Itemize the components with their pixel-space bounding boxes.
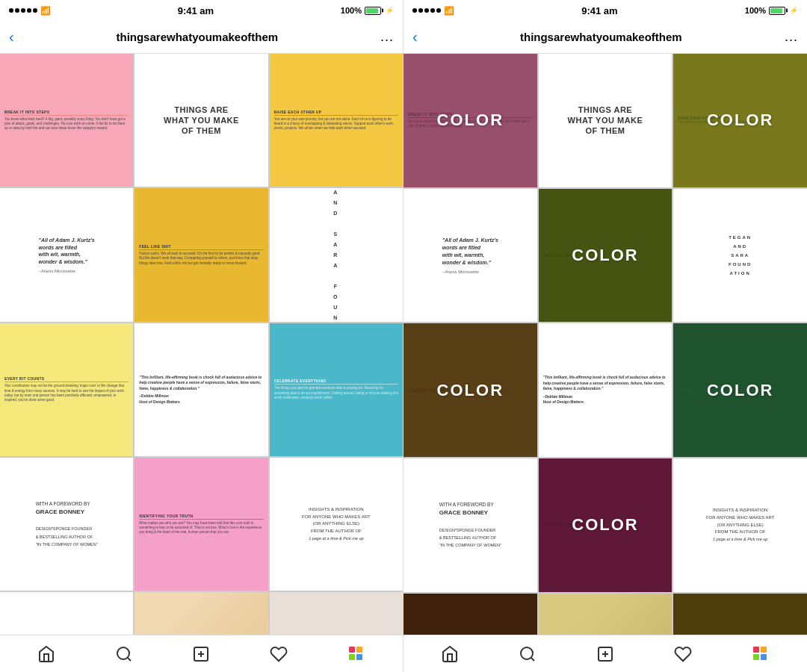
- status-left-right: 📶: [412, 6, 454, 16]
- grid-cell-2[interactable]: THINGS AREWHAT YOU MAKEOF THEM: [134, 54, 268, 187]
- svg-point-0: [117, 647, 129, 659]
- svg-rect-15: [761, 647, 767, 653]
- color-overlay-3: COLOR: [673, 54, 807, 187]
- grid-cell-6[interactable]: TEGANANDSARAFOUNDATION: [270, 188, 403, 321]
- grid-scroll-right[interactable]: BREAK IT INTO STEPS You know what feels …: [404, 54, 807, 635]
- home-nav-button[interactable]: [33, 641, 60, 668]
- svg-rect-8: [356, 654, 362, 660]
- main-title-text: THINGS AREWHAT YOU MAKEOF THEM: [158, 99, 245, 143]
- right-grid-cell-14[interactable]: [539, 594, 672, 635]
- nav-bar-left: ‹ thingsarewhatyoumakeofthem ...: [0, 21, 403, 54]
- phone-left: 📶 9:41 am 100% ⚡ ‹ thingsarewhatyoumakeo…: [0, 0, 404, 672]
- back-button-right[interactable]: ‹: [412, 28, 418, 46]
- grid-cell-3[interactable]: RAISE EACH OTHER UP You are on your own …: [270, 54, 403, 187]
- color-overlay-11: COLOR: [539, 458, 672, 592]
- color-overlay-13: COLOR: [404, 594, 537, 635]
- right-grid-cell-3[interactable]: RAISE EACH OTHER UP You are on your own …: [673, 54, 807, 187]
- color-label-1: COLOR: [437, 111, 504, 130]
- right-grid-cell-15[interactable]: COLOR: [673, 594, 807, 635]
- status-bar-left: 📶 9:41 am 100% ⚡: [0, 0, 403, 21]
- time-left: 9:41 am: [178, 5, 214, 16]
- color-overlay-5: COLOR: [539, 189, 672, 323]
- grid-right: BREAK IT INTO STEPS You know what feels …: [404, 54, 807, 635]
- nav-bar-right: ‹ thingsarewhatyoumakeofthem ...: [404, 21, 807, 54]
- grid-cell-14[interactable]: [134, 592, 268, 635]
- grid-cell-1[interactable]: BREAK IT INTO STEPS You know what feels …: [0, 54, 133, 187]
- profile-title-right: thingsarewhatyoumakeofthem: [520, 31, 682, 43]
- add-nav-button[interactable]: [188, 641, 214, 668]
- back-button-left[interactable]: ‹: [9, 28, 14, 46]
- svg-rect-17: [761, 654, 767, 660]
- svg-line-10: [531, 657, 534, 660]
- right-grid-cell-10[interactable]: WITH A FOREWORD BY GRACE BONNEY DESIGN*S…: [404, 458, 537, 592]
- home-nav-button-right[interactable]: [436, 641, 463, 668]
- wifi-icon: 📶: [40, 6, 51, 16]
- battery-percent-left: 100%: [341, 6, 362, 15]
- profile-title-left: thingsarewhatyoumakeofthem: [116, 31, 278, 43]
- more-button-right[interactable]: ...: [785, 29, 798, 45]
- battery-percent-right: 100%: [745, 6, 766, 15]
- heart-nav-button-right[interactable]: [670, 641, 696, 668]
- grid-cell-9[interactable]: CELEBRATE EVERYTHING The things you take…: [270, 323, 403, 456]
- grid-cell-11[interactable]: IDENTIFYING YOUR TRUTH What makes you wh…: [134, 458, 268, 591]
- battery-icon-left: ⚡: [365, 7, 394, 15]
- wifi-icon-right: 📶: [444, 6, 454, 16]
- status-right: 100% ⚡: [341, 6, 394, 15]
- svg-point-9: [521, 647, 533, 659]
- grid-left: BREAK IT INTO STEPS You know what feels …: [0, 54, 403, 635]
- bottom-nav-left: [0, 635, 403, 672]
- right-grid-cell-9[interactable]: CELEBRATE EVERYTHING COLOR: [673, 323, 807, 457]
- svg-rect-6: [356, 647, 362, 653]
- svg-rect-5: [349, 647, 355, 653]
- grid-cell-8[interactable]: "This brilliant, life-affirming book is …: [134, 323, 268, 456]
- profile-nav-button[interactable]: [343, 641, 370, 668]
- svg-rect-7: [349, 654, 355, 660]
- color-overlay-9: COLOR: [673, 323, 807, 457]
- heart-nav-button[interactable]: [265, 641, 292, 668]
- phone-right: 📶 9:41 am 100% ⚡ ‹ thingsarewhatyoumakeo…: [404, 0, 807, 672]
- right-grid-cell-6[interactable]: TEGANANDSARAFOUNDATION: [673, 189, 807, 323]
- right-grid-cell-7[interactable]: EVERY BIT COUNTS COLOR: [404, 323, 537, 457]
- right-grid-cell-8[interactable]: "This brilliant, life-affirming book is …: [539, 323, 672, 457]
- svg-line-1: [127, 657, 130, 660]
- status-left: 📶: [9, 6, 51, 16]
- grid-cell-7[interactable]: EVERY BIT COUNTS Your contribution may n…: [0, 323, 133, 456]
- right-grid-cell-11[interactable]: IDENTIFYING YOUR TRUTH COLOR: [539, 458, 672, 592]
- right-grid-cell-2[interactable]: THINGS AREWHAT YOU MAKEOF THEM: [539, 54, 672, 187]
- grid-cell-4[interactable]: "All of Adam J. Kurtz'swords are filledw…: [0, 188, 133, 321]
- color-label-3: COLOR: [707, 111, 773, 130]
- right-grid-cell-1[interactable]: BREAK IT INTO STEPS You know what feels …: [404, 54, 537, 187]
- signal-icon: [9, 8, 37, 13]
- svg-rect-16: [753, 654, 759, 660]
- add-nav-button-right[interactable]: [592, 641, 619, 668]
- search-nav-button-right[interactable]: [514, 641, 541, 668]
- battery-icon-right: ⚡: [769, 7, 798, 15]
- color-overlay-7: COLOR: [404, 323, 537, 457]
- grid-cell-5[interactable]: FEEL LIKE SHIT Failure sucks. We all wan…: [134, 188, 268, 321]
- svg-rect-14: [753, 647, 759, 653]
- color-label-11: COLOR: [572, 515, 638, 535]
- right-grid-cell-13[interactable]: IT'S NORMAL, NOT MAGIC COLOR: [404, 594, 537, 635]
- search-nav-button[interactable]: [111, 641, 137, 668]
- color-overlay-1: COLOR: [404, 54, 537, 187]
- right-grid-cell-5[interactable]: FEEL LIKE SHIT COLOR: [539, 189, 672, 323]
- grid-cell-15[interactable]: [270, 592, 403, 635]
- color-label-5: COLOR: [572, 246, 638, 265]
- time-right: 9:41 am: [581, 5, 617, 16]
- grid-cell-12[interactable]: INSIGHTS & INSPIRATIONFOR ANYONE WHO MAK…: [270, 458, 403, 591]
- color-overlay-15: COLOR: [673, 594, 807, 635]
- signal-icon-right: [412, 8, 441, 13]
- status-bar-right: 📶 9:41 am 100% ⚡: [404, 0, 807, 21]
- status-right-right: 100% ⚡: [745, 6, 798, 15]
- more-button-left[interactable]: ...: [380, 29, 394, 45]
- bottom-nav-right: [404, 635, 807, 672]
- profile-nav-button-right[interactable]: [747, 641, 774, 668]
- grid-cell-10[interactable]: WITH A FOREWORD BY GRACE BONNEY DESIGN*S…: [0, 458, 133, 591]
- grid-cell-13[interactable]: IT'S NORMAL, NOT MAGIC Creativity is par…: [0, 592, 133, 635]
- color-label-7: COLOR: [437, 381, 504, 400]
- right-grid-cell-4[interactable]: "All of Adam J. Kurtz'swords are filledw…: [404, 189, 537, 323]
- main-title-text-right: THINGS AREWHAT YOU MAKEOF THEM: [562, 99, 649, 143]
- grid-scroll-left[interactable]: BREAK IT INTO STEPS You know what feels …: [0, 54, 403, 635]
- color-label-9: COLOR: [707, 381, 773, 400]
- right-grid-cell-12[interactable]: INSIGHTS & INSPIRATIONFOR ANYONE WHO MAK…: [673, 458, 807, 592]
